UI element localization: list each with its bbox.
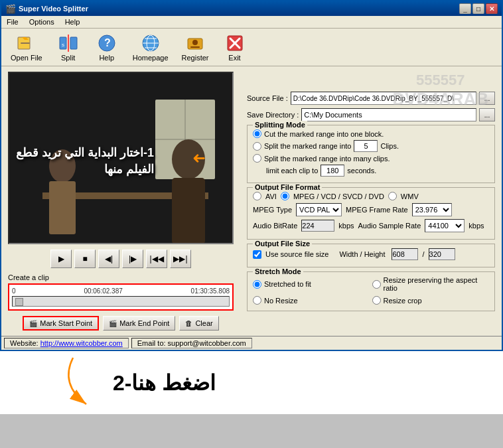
clip-label: Create a clip: [8, 273, 234, 281]
play-button[interactable]: ▶: [50, 250, 72, 268]
svg-point-15: [192, 40, 198, 45]
register-button[interactable]: Register: [178, 31, 213, 63]
website-url[interactable]: http://www.witcobber.com: [40, 339, 123, 347]
main-content: 1-اختار البداية التي تريد قطع الفيلم منه…: [1, 66, 502, 336]
avi-label: AVI: [265, 192, 277, 200]
seconds-label: seconds.: [347, 167, 376, 175]
save-dir-row: Save Directory : ...: [247, 108, 495, 121]
watermark-line1: 555557: [393, 72, 488, 89]
mpeg-type-select[interactable]: VCD PAL: [296, 203, 342, 216]
split-option-2-row: Split the marked range into Clips.: [253, 140, 489, 152]
split-button[interactable]: s Split: [52, 31, 85, 63]
stretch-option-2-label: Resize preserving the aspect ratio: [384, 276, 490, 292]
wmv-radio[interactable]: [388, 192, 397, 200]
save-input[interactable]: [301, 108, 476, 121]
mark-start-icon: 🎬: [29, 320, 37, 327]
go-start-button[interactable]: |◀◀: [146, 250, 167, 268]
split-option-2-label: Split the marked range into: [264, 142, 351, 150]
email-section: Email to: support@witcobber.com: [131, 338, 252, 348]
bottom-annotation: اضغط هنا-2: [0, 351, 503, 414]
timeline-current: 00:06:02.387: [84, 287, 122, 295]
register-icon: [184, 33, 206, 54]
open-file-button[interactable]: Open File: [7, 31, 46, 63]
wmv-label: WMV: [401, 192, 419, 200]
arabic-text-1: 1-اختار البداية التي تريد قطع الفيلم منه…: [16, 145, 154, 178]
timeline-end: 01:30:35.808: [191, 287, 230, 295]
stretch-option-1-row: Stretched to fit: [253, 276, 370, 292]
maximize-button[interactable]: □: [472, 3, 484, 14]
mark-end-button[interactable]: 🎬 Mark End Point: [103, 316, 175, 331]
timeline-thumb[interactable]: [15, 298, 23, 306]
mpeg-type-row: MPEG Type VCD PAL MPEG Frame Rate 23.976: [253, 203, 489, 216]
svg-text:?: ?: [104, 37, 111, 48]
stretch-option-1-label: Stretched to fit: [264, 280, 311, 288]
svg-rect-4: [70, 37, 77, 49]
split-icon: s: [58, 33, 79, 54]
output-format-title: Output File Format: [253, 183, 322, 191]
menu-file[interactable]: File: [4, 17, 21, 27]
svg-rect-2: [21, 42, 30, 44]
split-label: Split: [61, 54, 75, 62]
clip-section: Create a clip 0 00:06:02.387 01:30:35.80…: [8, 273, 234, 311]
homepage-label: Homepage: [133, 54, 169, 62]
height-input[interactable]: [429, 248, 455, 260]
stretch-option-4-label: Resize crop: [384, 297, 422, 305]
curved-arrow-svg: [20, 351, 153, 411]
clear-button[interactable]: 🗑 Clear: [179, 316, 218, 331]
timeline-start: 0: [12, 287, 16, 295]
menu-help[interactable]: Help: [62, 17, 83, 27]
seconds-spinbox[interactable]: [321, 165, 344, 177]
split-option-2-radio[interactable]: [253, 142, 261, 151]
split-option-1-row: Cut the marked range into one block.: [253, 129, 489, 138]
mark-end-icon: 🎬: [109, 320, 117, 327]
use-source-checkbox[interactable]: [253, 250, 261, 259]
go-end-button[interactable]: ▶▶|: [170, 250, 191, 268]
exit-icon: [224, 33, 246, 54]
title-bar: 🎬 Super Video Splitter _ □ ✕: [1, 1, 502, 16]
step-back-button[interactable]: ◀|: [98, 250, 119, 268]
stretch-options: Stretched to fit Resize preserving the a…: [253, 276, 489, 307]
stretch-option-2-radio[interactable]: [372, 280, 381, 289]
split-option-1-radio[interactable]: [253, 129, 261, 138]
status-bar: Website: http://www.witcobber.com Email …: [1, 336, 502, 350]
audio-sample-unit: kbps: [468, 222, 484, 230]
homepage-button[interactable]: Homepage: [129, 31, 173, 63]
split-option-3-radio[interactable]: [253, 154, 261, 163]
timeline-container[interactable]: 0 00:06:02.387 01:30:35.808: [8, 283, 234, 311]
stop-button[interactable]: ■: [74, 250, 96, 268]
frame-rate-select[interactable]: 23.976: [412, 203, 452, 216]
save-browse-button[interactable]: ...: [479, 108, 495, 121]
main-window: 🎬 Super Video Splitter _ □ ✕ File Option…: [0, 0, 503, 351]
help-icon: ?: [96, 33, 117, 54]
mpeg-radio[interactable]: [281, 192, 289, 200]
format-type-row: AVI MPEG / VCD / SVCD / DVD WMV: [253, 192, 489, 200]
stretch-option-4-radio[interactable]: [372, 296, 381, 305]
minimize-button[interactable]: _: [459, 3, 471, 14]
video-player[interactable]: 1-اختار البداية التي تريد قطع الفيلم منه…: [8, 72, 234, 244]
step-forward-button[interactable]: |▶: [122, 250, 143, 268]
split-option-3-row: Split the marked range into many clips.: [253, 154, 489, 163]
close-button[interactable]: ✕: [486, 3, 498, 14]
mark-start-button[interactable]: 🎬 Mark Start Point: [23, 316, 99, 331]
exit-button[interactable]: Exit: [218, 31, 252, 63]
avi-radio[interactable]: [253, 192, 261, 200]
help-button[interactable]: ? Help: [90, 31, 123, 63]
menu-options[interactable]: Options: [27, 17, 57, 27]
width-input[interactable]: [392, 248, 418, 260]
source-label: Source File :: [247, 94, 288, 102]
save-label: Save Directory :: [247, 111, 299, 119]
title-bar-left: 🎬 Super Video Splitter: [5, 4, 88, 14]
stretch-option-1-radio[interactable]: [253, 280, 261, 289]
watermark-line2: DVD4ARAB: [393, 89, 488, 110]
video-arrow: ➜: [192, 149, 206, 168]
split-option-3-label: Split the marked range into many clips.: [264, 155, 390, 163]
size-separator: /: [422, 250, 424, 258]
stretch-option-2-row: Resize preserving the aspect ratio: [372, 276, 490, 292]
timeline-track[interactable]: [12, 296, 230, 307]
homepage-icon: [140, 33, 161, 54]
audio-sample-select[interactable]: 44100: [425, 219, 465, 232]
stretch-option-3-radio[interactable]: [253, 296, 261, 305]
mark-buttons: 🎬 Mark Start Point 🎬 Mark End Point 🗑 Cl…: [23, 316, 218, 331]
clips-spinbox[interactable]: [354, 140, 378, 152]
window-title: Super Video Splitter: [19, 5, 88, 13]
